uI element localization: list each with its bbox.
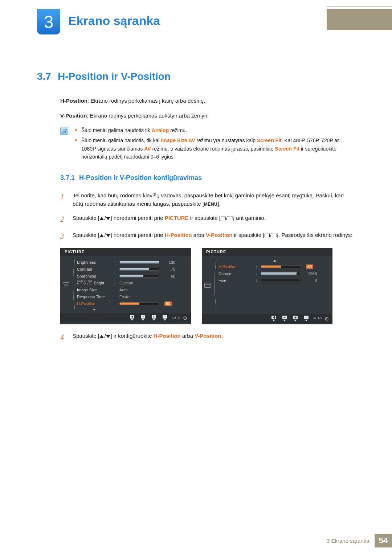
osd-2-plus-icon: + [290,316,301,321]
osd-2-back-icon [269,316,279,321]
osd-1-side-icon-col [62,259,70,311]
page-footer: 3 Ekrano sąranka 54 [327,534,392,547]
coarse-slider [261,272,301,275]
picture-category-icon [63,282,69,287]
up-down-arrows-icon: / [99,332,110,340]
note-list: Šiuo meniu galima naudotis tik Analog re… [75,126,353,163]
v-position-description: V-Position: Ekrano rodinys perkeliamas a… [60,112,353,120]
brightness-slider [119,261,159,264]
osd-1-power-icon [182,316,188,320]
content-area: 3.7 H-Position ir V-Position H-Position:… [37,71,353,349]
note-block: ℛ Šiuo meniu galima naudotis tik Analog … [60,126,353,163]
osd-2-title: PICTURE [202,248,332,256]
sharpness-slider [119,275,159,278]
step-list-continued: 4 Spauskite [ / ] ir konfigūruokite H-Po… [60,332,353,343]
select-enter-icon: / [265,231,277,239]
h-position-label: H-Position [60,98,87,104]
step-4-number: 4 [60,332,66,343]
step-3-number: 3 [60,231,66,242]
note-item-1: Šiuo meniu galima naudotis tik Analog re… [75,126,353,134]
osd-2-power-icon [324,316,330,321]
osd-item-image-size: Image Size : Auto [77,286,189,293]
up-down-arrows-icon: / [99,214,110,222]
osd-2-enter-icon: ↵ [301,316,311,321]
osd-1-auto-label: AUTO [171,316,181,320]
osd-1-body: Brightness : 100 Contrast : 75 Sharpness… [60,256,191,311]
section-title: H-Position ir V-Position [58,71,171,82]
step-1: 1 Jei norite, kad būtų rodomas klavišų v… [60,191,353,208]
header-rule-thin [327,7,392,7]
osd-item-brightness: Brightness : 100 [77,259,189,266]
osd-item-coarse: Coarse : 1936 [219,270,331,277]
section-number: 3.7 [37,71,51,82]
osd-item-v-position: V-Position : 50 [219,263,331,270]
step-2-text: Spauskite [ / ] norėdami pereiti prie PI… [73,214,353,225]
osd-item-magic-bright: SAMSUNG MAGIC Bright : Custom [77,279,189,286]
step-3-text: Spauskite [ / ] norėdami pereiti prie H-… [73,231,353,242]
subsection-heading: 3.7.1 H-Position ir V-Position konfigūra… [60,174,353,182]
v-position-slider [261,265,301,268]
osd-2-curve [212,259,217,311]
osd-1-enter-icon: ↵ [160,315,170,321]
osd-item-contrast: Contrast : 75 [77,266,189,272]
osd-1-curve [70,259,75,311]
osd-1-back-icon [127,315,137,321]
osd-2-side-icon-col [203,259,212,311]
chapter-badge: 3 [37,9,60,34]
footer-page-number: 54 [375,534,392,547]
fine-slider [261,279,301,282]
h-position-slider [119,302,159,305]
osd-2-items: V-Position : 50 Coarse : 1936 Fine : [217,259,331,311]
osd-2-footer: − + ↵ AUTO [202,314,332,323]
step-4: 4 Spauskite [ / ] ir konfigūruokite H-Po… [60,332,353,343]
osd-item-h-position: H-Position : 50 [77,300,189,307]
step-1-text: Jei norite, kad būtų rodomas klavišų vad… [73,191,353,208]
menu-key-label: MENU [204,202,217,207]
picture-category-icon [204,283,211,288]
osd-2-auto-label: AUTO [312,317,323,320]
osd-2-scroll-up-icon [219,259,331,263]
subsection-number: 3.7.1 [60,174,75,182]
osd-1-plus-icon: + [149,315,159,321]
osd-row: PICTURE Brightness : 100 Contras [60,248,353,324]
osd-1-scroll-down-icon [77,307,189,311]
osd-item-response-time: Response Time : Faster [77,293,189,300]
step-2: 2 Spauskite [ / ] norėdami pereiti prie … [60,214,353,225]
chapter-number: 3 [44,12,54,32]
header-accent-bar [327,9,392,30]
osd-item-sharpness: Sharpness : 60 [77,272,189,279]
section-heading: 3.7 H-Position ir V-Position [37,71,353,82]
v-position-label: V-Position [60,112,87,119]
osd-2-body: V-Position : 50 Coarse : 1936 Fine : [202,256,332,312]
step-3: 3 Spauskite [ / ] norėdami pereiti prie … [60,231,353,242]
subsection-title: H-Position ir V-Position konfigūravimas [79,174,202,182]
osd-1-title: PICTURE [60,248,191,256]
osd-panel-picture-1: PICTURE Brightness : 100 Contras [60,248,191,324]
step-list: 1 Jei norite, kad būtų rodomas klavišų v… [60,191,353,242]
h-position-description: H-Position: Ekrano rodinys perkeliamas į… [60,97,353,105]
chapter-title: Ekrano sąranka [68,14,160,28]
osd-1-minus-icon: − [138,315,148,321]
step-1-number: 1 [60,191,66,208]
step-2-number: 2 [60,214,66,225]
osd-2-minus-icon: − [279,316,290,321]
step-4-text: Spauskite [ / ] ir konfigūruokite H-Posi… [73,332,353,343]
osd-1-items: Brightness : 100 Contrast : 75 Sharpness… [75,259,189,311]
osd-item-fine: Fine : 0 [219,277,331,284]
osd-panel-picture-2: PICTURE V-Position : 50 [202,248,332,324]
footer-chapter-label: 3 Ekrano sąranka [327,538,369,544]
note-icon: ℛ [60,127,68,135]
osd-1-footer: − + ↵ AUTO [60,313,191,322]
contrast-slider [119,268,159,271]
select-enter-icon: / [221,214,233,222]
up-down-arrows-icon: / [99,231,110,239]
note-item-2: Šiuo meniu galima naudotis, tik kai Imag… [75,136,353,161]
